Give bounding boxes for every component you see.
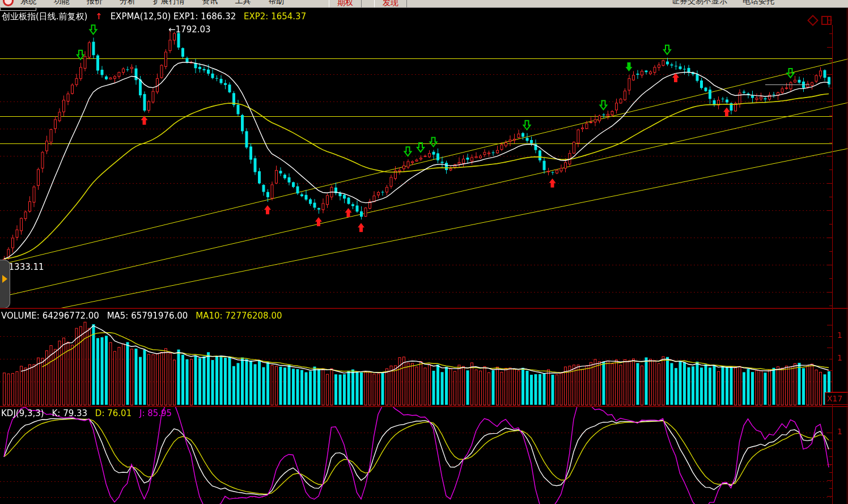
volume-title-row: VOLUME: 64296772.00 MA5: 65791976.00 MA1…: [1, 311, 282, 321]
app-logo-icon[interactable]: [3, 0, 14, 6]
trading-terminal: 系统 功能 报价 分析 扩展行情 资讯 工具 帮助 期权 发现 证券交易不显示 …: [0, 0, 848, 504]
split-window-icon[interactable]: [821, 16, 832, 25]
kdj-axis-label: 1: [837, 427, 842, 436]
up-arrow-icon: ↑: [95, 11, 103, 22]
chart-title-row: 创业板指(日线.前复权) ↑ EXPMA(12,50) EXP1: 1686.3…: [2, 11, 306, 22]
menu-item-extended-quote[interactable]: 扩展行情: [153, 0, 185, 6]
menu-items: 系统 功能 报价 分析 扩展行情 资讯 工具 帮助: [20, 0, 299, 6]
menu-item-help[interactable]: 帮助: [268, 0, 284, 6]
kdj-d-label: D: 76.01: [95, 408, 132, 418]
toolbar-collapse-tab[interactable]: [0, 260, 10, 308]
menu-item-trade-hidden[interactable]: 证券交易不显示: [672, 0, 727, 6]
menu-button-discover[interactable]: 发现: [374, 0, 407, 8]
volume-ma5-label: MA5: 65791976.00: [107, 311, 188, 321]
expand-triangle-icon: [2, 275, 7, 283]
high-price-callout: ←1792.03: [168, 24, 211, 35]
kdj-title-row: KDJ(9,3,3) K: 79.33 D: 76.01 J: 85.95: [1, 408, 172, 418]
menu-item-system[interactable]: 系统: [20, 0, 36, 6]
kdj-indicator-label[interactable]: KDJ(9,3,3): [1, 408, 44, 418]
exp2-value-label: EXP2: 1654.37: [244, 11, 306, 22]
menu-item-function[interactable]: 功能: [53, 0, 69, 6]
volume-value-label[interactable]: VOLUME: 64296772.00: [1, 311, 99, 321]
expma-indicator-label[interactable]: EXPMA(12,50) EXP1: 1686.32: [111, 11, 236, 22]
volume-axis-label: 1: [837, 353, 842, 362]
menu-item-tools[interactable]: 工具: [235, 0, 251, 6]
instrument-title: 创业板指(日线.前复权): [2, 11, 87, 22]
menu-button-options[interactable]: 期权: [329, 0, 362, 8]
volume-ma10-label: MA10: 72776208.00: [196, 311, 282, 321]
right-border: [847, 8, 847, 504]
volume-unit-label: X17: [825, 392, 848, 405]
main-kline-chart[interactable]: [0, 8, 848, 308]
kdj-k-label: K: 79.33: [52, 408, 87, 418]
volume-chart[interactable]: [0, 309, 848, 406]
kdj-chart[interactable]: [0, 407, 848, 504]
menu-item-quote[interactable]: 报价: [87, 0, 103, 6]
menu-item-analysis[interactable]: 分析: [120, 0, 135, 6]
kdj-j-label: J: 85.95: [139, 408, 172, 418]
menu-bar: 系统 功能 报价 分析 扩展行情 资讯 工具 帮助 期权 发现 证券交易不显示 …: [0, 0, 848, 8]
menu-item-news[interactable]: 资讯: [202, 0, 218, 6]
menu-item-phone-order[interactable]: 电话委托: [743, 0, 774, 6]
volume-axis-label: 1: [837, 331, 842, 340]
